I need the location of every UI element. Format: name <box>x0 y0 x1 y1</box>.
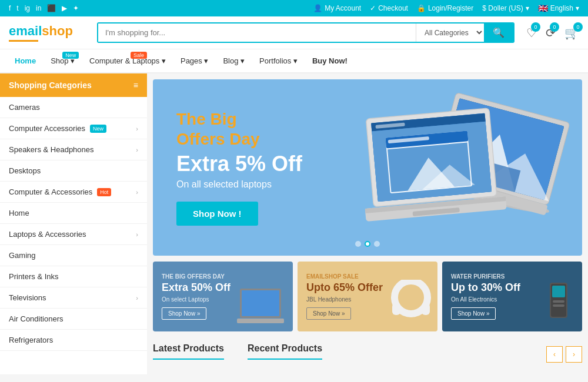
sidebar: Shopping Categories ≡ Cameras Computer A… <box>0 73 147 374</box>
flickr-icon[interactable]: ⬛ <box>47 4 56 12</box>
top-bar-right: 👤 My Account ✓ Checkout 🔒 Login/Register… <box>313 4 579 13</box>
sub-banner-2-cta[interactable]: Shop Now » <box>306 307 351 320</box>
rss-icon[interactable]: ✦ <box>73 4 79 12</box>
hero-title1: The Big Offers Day <box>176 109 302 149</box>
search-bar: All Categories Cameras Computers Accesso… <box>97 22 514 43</box>
nav-portfolios[interactable]: Portfolios ▾ <box>253 49 303 72</box>
arrow-icon: › <box>136 146 138 153</box>
shop-now-button[interactable]: Shop Now ! <box>176 202 258 226</box>
search-input[interactable] <box>98 24 416 42</box>
sidebar-item-desktops[interactable]: Desktops <box>0 160 147 182</box>
cart-icon[interactable]: 🛒 0 <box>564 26 579 40</box>
sidebar-item-home[interactable]: Home <box>0 203 147 224</box>
prev-button[interactable]: ‹ <box>546 346 563 363</box>
sidebar-item-air-conditioners[interactable]: Air Conditioners <box>0 309 147 330</box>
main-content: The Big Offers Day Extra 5% Off On all s… <box>147 73 588 374</box>
nav-bar: Home Shop ▾ New Computer & Laptops ▾ Sal… <box>0 49 588 73</box>
sub-banner-2-image <box>387 280 435 329</box>
sub-banner-laptops: THE BIG OFFERS DAY Extra 50% Off On sele… <box>153 262 293 331</box>
sub-banner-headphones: emailshop sale Upto 65% Offer JBL Headph… <box>298 262 437 331</box>
my-account-link[interactable]: 👤 My Account <box>313 4 361 12</box>
arrow-icon: › <box>136 189 138 196</box>
sidebar-item-cameras[interactable]: Cameras <box>0 97 147 118</box>
hero-laptop-image <box>347 85 570 250</box>
sub-banner-purifiers: Water Purifiers Up to 30% Off On All Ele… <box>442 262 582 331</box>
hero-offer: Extra 5% Off <box>176 152 302 176</box>
svg-rect-32 <box>553 300 564 303</box>
sidebar-item-laptops[interactable]: Laptops & Accessories › <box>0 224 147 245</box>
logo-text-email: email <box>9 24 42 38</box>
nav-home[interactable]: Home <box>9 49 42 72</box>
sub-banner-2-tag: emailshop sale <box>306 273 429 280</box>
header: emailshop All Categories Cameras Compute… <box>0 16 588 49</box>
currency-selector[interactable]: $ Doller (US) ▾ <box>482 4 529 12</box>
login-register-link[interactable]: 🔒 Login/Register <box>417 4 473 12</box>
wishlist-icon[interactable]: ♡ 0 <box>526 26 537 40</box>
compare-icon[interactable]: ⟳ 0 <box>546 26 556 40</box>
youtube-icon[interactable]: ▶ <box>62 4 67 12</box>
top-bar: f t ig in ⬛ ▶ ✦ 👤 My Account ✓ Checkout … <box>0 0 588 16</box>
sub-banner-3-image <box>538 280 579 329</box>
wishlist-count: 0 <box>531 22 540 32</box>
sidebar-item-computer-accessories[interactable]: Computer Accessories New › <box>0 118 147 139</box>
hero-banner: The Big Offers Day Extra 5% Off On all s… <box>153 79 582 256</box>
nav-blog[interactable]: Blog ▾ <box>217 49 250 72</box>
sidebar-item-computer-accessories2[interactable]: Computer & Accessories Hot › <box>0 182 147 203</box>
nav-shop[interactable]: Shop ▾ New <box>45 49 81 72</box>
lock-icon: 🔒 <box>417 4 426 12</box>
account-icon: 👤 <box>313 4 322 12</box>
nav-pages[interactable]: Pages ▾ <box>175 49 214 72</box>
nav-buy-now[interactable]: Buy Now! <box>306 49 353 72</box>
main-layout: Shopping Categories ≡ Cameras Computer A… <box>0 73 588 374</box>
sidebar-item-refrigerators[interactable]: Refrigerators <box>0 330 147 351</box>
arrow-icon: › <box>136 125 138 132</box>
arrow-icon: › <box>136 231 138 238</box>
checkout-link[interactable]: ✓ Checkout <box>370 4 408 12</box>
dot-3[interactable] <box>374 241 380 247</box>
dot-1[interactable] <box>355 241 361 247</box>
hot-badge: Hot <box>97 188 111 196</box>
linkedin-icon[interactable]: in <box>36 4 41 12</box>
sidebar-item-speakers[interactable]: Speakers & Headphones › <box>0 139 147 160</box>
arrow-icon: › <box>136 294 138 301</box>
category-dropdown[interactable]: All Categories Cameras Computers Accesso… <box>416 24 484 42</box>
nav-arrows: ‹ › <box>546 346 582 363</box>
sub-banner-3-cta[interactable]: Shop Now » <box>451 307 496 320</box>
sidebar-item-gaming[interactable]: Gaming <box>0 245 147 266</box>
header-icons: ♡ 0 ⟳ 0 🛒 0 <box>526 26 579 40</box>
search-button[interactable]: 🔍 <box>484 24 513 42</box>
logo-text-shop: shop <box>42 24 73 38</box>
dot-2[interactable] <box>365 241 370 247</box>
sub-banner-1-tag: THE BIG OFFERS DAY <box>162 273 284 280</box>
instagram-icon[interactable]: ig <box>25 4 30 12</box>
sidebar-title: Shopping Categories <box>9 81 92 90</box>
sub-banner-1-image <box>237 286 290 329</box>
computer-accessories-badge: New <box>90 125 106 133</box>
sub-banner-1-cta[interactable]: Shop Now » <box>162 307 206 320</box>
twitter-icon[interactable]: t <box>16 4 18 12</box>
svg-rect-33 <box>553 304 564 307</box>
compare-count: 0 <box>550 22 559 32</box>
facebook-icon[interactable]: f <box>9 4 11 12</box>
sidebar-menu-icon: ≡ <box>133 81 138 90</box>
next-button[interactable]: › <box>566 346 582 363</box>
svg-rect-24 <box>242 290 279 316</box>
checkout-icon: ✓ <box>370 4 376 12</box>
social-links: f t ig in ⬛ ▶ ✦ <box>9 4 79 12</box>
language-selector[interactable]: 🇬🇧 English ▾ <box>538 4 579 13</box>
sub-banners: THE BIG OFFERS DAY Extra 50% Off On sele… <box>153 262 582 331</box>
svg-rect-28 <box>422 303 430 315</box>
logo[interactable]: emailshop <box>9 24 85 42</box>
cart-count: 0 <box>573 22 583 32</box>
carousel-dots <box>355 241 380 247</box>
recent-products-title: Recent Products <box>248 343 322 360</box>
bottom-bar: Latest Products Recent Products ‹ › <box>153 340 582 368</box>
logo-underline <box>9 40 38 42</box>
flag-icon: 🇬🇧 <box>538 4 548 13</box>
svg-rect-27 <box>392 303 400 315</box>
sidebar-header: Shopping Categories ≡ <box>0 73 147 97</box>
svg-rect-25 <box>237 319 284 323</box>
nav-computer-laptops[interactable]: Computer & Laptops ▾ Sale <box>83 49 172 72</box>
sidebar-item-televisions[interactable]: Televisions › <box>0 287 147 309</box>
sidebar-item-printers[interactable]: Printers & Inks <box>0 266 147 287</box>
